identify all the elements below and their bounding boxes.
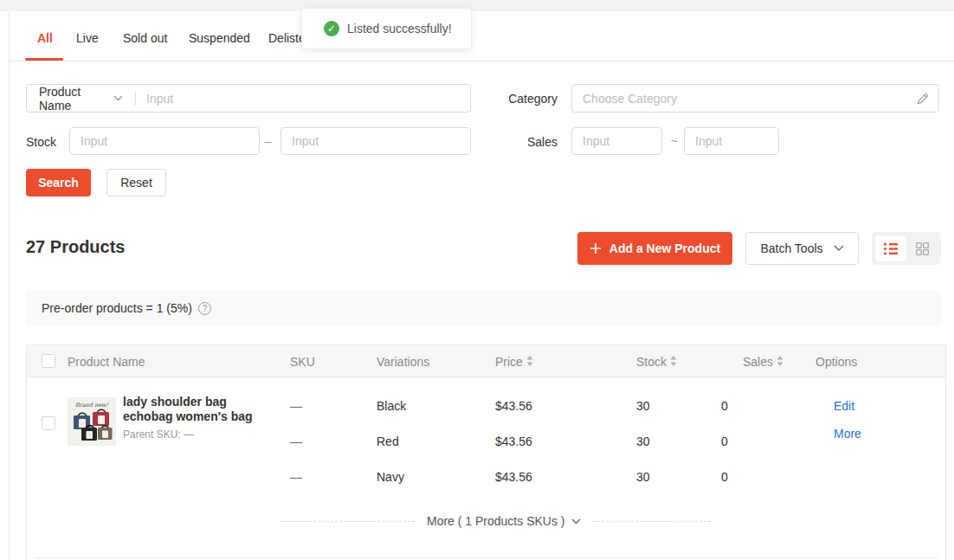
row-checkbox[interactable] (42, 416, 55, 430)
stock-value: 30 (636, 399, 650, 413)
search-type-select[interactable]: Product Name (27, 85, 96, 113)
stock-min-input[interactable] (70, 128, 259, 154)
dashed-divider (593, 521, 712, 522)
tab-sold-out[interactable]: Sold out (123, 31, 167, 45)
sales-value: 0 (721, 470, 728, 484)
list-view-icon (884, 243, 898, 254)
tabs-divider (9, 61, 954, 61)
col-sku: SKU (290, 355, 315, 369)
product-name-search-input[interactable] (136, 85, 470, 112)
chevron-down-icon (834, 245, 844, 252)
products-count-heading: 27 Products (26, 237, 125, 257)
select-all-checkbox[interactable] (42, 354, 55, 368)
col-variations: Variations (377, 355, 429, 369)
category-field[interactable] (571, 84, 939, 113)
sort-icon[interactable] (526, 356, 533, 366)
price-value: $43.56 (495, 434, 532, 448)
stock-min-field (69, 127, 260, 155)
category-input[interactable] (572, 85, 916, 112)
pencil-icon[interactable] (916, 92, 930, 106)
add-new-product-label: Add a New Product (609, 241, 720, 255)
sales-min-field (571, 127, 662, 155)
stock-value: 30 (636, 470, 650, 484)
grid-view-button[interactable] (906, 235, 938, 261)
sales-value: 0 (721, 399, 728, 413)
stock-value: 30 (636, 434, 650, 448)
sales-label: Sales (523, 135, 558, 149)
preorder-info-text: Pre-order products = 1 (5%) (42, 301, 192, 315)
price-value: $43.56 (495, 399, 532, 413)
view-toggle (872, 232, 941, 265)
help-question-icon[interactable]: ? (198, 302, 211, 315)
variation-name: Black (377, 399, 406, 413)
price-value: $43.56 (495, 470, 532, 484)
product-name[interactable]: lady shoulder bag echobag women's bag co… (123, 395, 279, 424)
row-separator (35, 557, 938, 558)
tab-suspended[interactable]: Suspended (189, 31, 250, 45)
sku-value: — (290, 470, 302, 484)
batch-tools-button[interactable]: Batch Tools (745, 232, 859, 265)
sku-value: — (290, 434, 302, 448)
product-thumbnail[interactable]: Brand new! (68, 397, 116, 446)
table-header-row: Product Name SKU Variations Price Stock … (27, 345, 945, 377)
list-view-button[interactable] (875, 235, 906, 261)
product-list-page: All Live Sold out Suspended Delisted ✓ L… (0, 0, 954, 560)
stock-range-separator: – (265, 134, 272, 148)
col-price[interactable]: Price (495, 355, 533, 369)
sort-icon[interactable] (777, 356, 783, 366)
col-product-name: Product Name (68, 355, 145, 369)
chevron-down-icon (571, 518, 581, 525)
add-new-product-button[interactable]: Add a New Product (577, 232, 732, 265)
grid-view-icon (916, 242, 929, 255)
batch-tools-label: Batch Tools (760, 241, 822, 255)
more-skus-toggle[interactable]: More ( 1 Products SKUs ) (415, 514, 593, 528)
dashed-divider (280, 521, 415, 522)
stock-max-input[interactable] (281, 128, 470, 154)
sales-max-input[interactable] (685, 128, 778, 154)
edit-link[interactable]: Edit (834, 399, 854, 413)
page-background-strip (0, 0, 954, 11)
more-skus-label: More ( 1 Products SKUs ) (427, 514, 565, 528)
products-table: Product Name SKU Variations Price Stock … (26, 344, 946, 560)
parent-sku: Parent SKU: — (123, 428, 194, 441)
category-label: Category (485, 92, 558, 106)
search-button[interactable]: Search (26, 169, 91, 196)
chevron-down-icon[interactable] (113, 95, 123, 101)
sales-range-separator: ~ (671, 134, 678, 148)
sales-max-field (684, 127, 779, 155)
reset-button[interactable]: Reset (106, 169, 166, 196)
variation-name: Navy (377, 470, 404, 484)
success-toast: ✓ Listed successfully! (301, 8, 472, 49)
sales-min-input[interactable] (572, 128, 661, 154)
col-options: Options (815, 355, 857, 369)
tab-live[interactable]: Live (76, 31, 99, 45)
sort-icon[interactable] (670, 356, 677, 366)
more-link[interactable]: More (834, 427, 861, 441)
stock-label: Stock (26, 135, 56, 149)
more-skus-row: More ( 1 Products SKUs ) (280, 513, 711, 529)
sales-value: 0 (721, 434, 728, 448)
plus-icon (590, 242, 602, 254)
search-type-combo: Product Name (26, 84, 471, 113)
col-sales[interactable]: Sales (743, 355, 783, 369)
stock-max-field (280, 127, 471, 155)
svg-text:Brand new!: Brand new! (75, 402, 109, 409)
check-circle-icon: ✓ (324, 21, 339, 36)
sku-value: — (290, 399, 302, 413)
col-stock[interactable]: Stock (636, 355, 677, 369)
variation-name: Red (377, 434, 399, 448)
toast-message: Listed successfully! (347, 22, 452, 35)
preorder-info-banner: Pre-order products = 1 (5%) ? (26, 290, 941, 326)
tab-all[interactable]: All (37, 31, 53, 45)
